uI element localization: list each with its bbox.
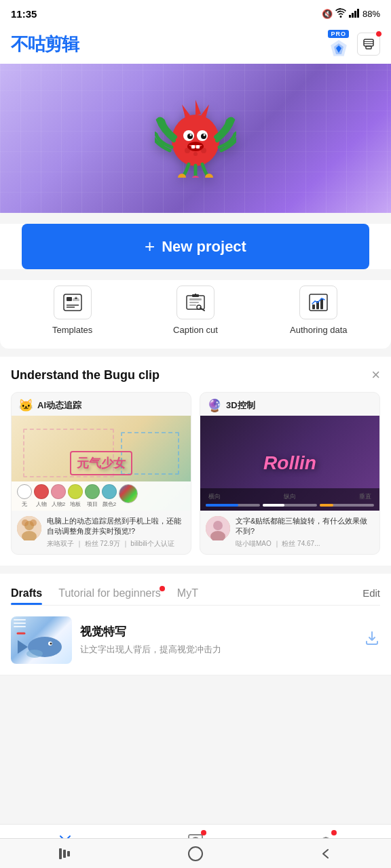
- bugu-card-1-info: 电脑上的动态追踪居然到手机上啦，还能自动调整角度并实时预览!? 来咯双子 ｜ 粉…: [12, 511, 191, 554]
- swatch-label-3: 地板: [70, 500, 81, 508]
- svg-rect-31: [67, 297, 72, 301]
- swatch-label-1: 人物: [36, 500, 47, 508]
- quick-actions: Templates Caption cut: [0, 280, 391, 349]
- svg-point-50: [22, 519, 29, 526]
- bugu-card-1-desc: 电脑上的动态追踪居然到手机上啦，还能自动调整角度并实时预览!?: [47, 516, 185, 537]
- profile-badge: [331, 830, 337, 835]
- app-bar: 不咕剪辑 PRO: [0, 24, 391, 64]
- svg-rect-44: [312, 304, 315, 309]
- bugu-card-2-tag: 🔮 3D控制: [200, 393, 379, 416]
- tab-drafts[interactable]: Drafts: [11, 582, 42, 605]
- tab-myt[interactable]: MyT: [177, 582, 198, 605]
- svg-rect-41: [195, 294, 196, 295]
- authoring-data-label: Authoring data: [290, 325, 348, 335]
- draft-item: 视觉特写 让文字出现人背后，提高视觉冲击力: [0, 606, 391, 675]
- svg-rect-72: [67, 851, 70, 856]
- home-button[interactable]: [182, 840, 209, 867]
- templates-label: Templates: [52, 325, 92, 335]
- status-bar: 11:35 🔇 88%: [0, 0, 391, 24]
- pro-upgrade-button[interactable]: PRO: [328, 30, 349, 58]
- svg-point-58: [50, 642, 52, 644]
- new-project-button[interactable]: + New project: [22, 224, 369, 269]
- bugu-card-2-meta: 哒小喵MAO ｜ 粉丝 74.67...: [236, 539, 374, 549]
- swatch-label-4: 项目: [87, 500, 98, 508]
- bugu-card-1-image: 元气少女 无 人物 人物2: [12, 416, 191, 511]
- pro-diamond-icon: [329, 38, 349, 58]
- svg-rect-30: [64, 294, 81, 311]
- svg-point-25: [191, 176, 200, 178]
- svg-rect-37: [189, 298, 202, 300]
- svg-rect-23: [196, 145, 200, 149]
- tabs-row: Drafts Tutorial for beginners MyT Edit: [11, 574, 380, 606]
- timeline-label-2: 垂直: [359, 492, 371, 501]
- battery-icon: 88%: [362, 9, 380, 19]
- notification-button[interactable]: [357, 33, 380, 56]
- rollin-text: Rollin: [263, 452, 316, 474]
- bugu-section: Understand the Bugu clip × 🐱 AI动态追踪 元气少女: [0, 357, 391, 566]
- bugu-card-2-avatar: [206, 516, 230, 540]
- templates-icon: [54, 285, 92, 319]
- bugu-card-1[interactable]: 🐱 AI动态追踪 元气少女 无 人物: [11, 392, 191, 555]
- svg-rect-2: [354, 11, 356, 18]
- svg-marker-13: [196, 100, 201, 115]
- new-project-label: New project: [162, 238, 246, 256]
- caption-cut-label: Caption cut: [173, 325, 218, 335]
- app-logo: 不咕剪辑: [11, 33, 79, 56]
- svg-rect-22: [191, 145, 195, 149]
- svg-point-11: [172, 115, 219, 166]
- swatch-label-5: 颜色2: [103, 500, 116, 508]
- bugu-card-1-meta: 来咯双子 ｜ 粉丝 72.9万 ｜ bilibili个人认证: [47, 539, 185, 549]
- dance-overlay-text: 元气少女: [70, 451, 132, 475]
- recent-apps-button[interactable]: [52, 840, 79, 867]
- svg-point-60: [26, 650, 43, 658]
- bugu-card-1-tag: 🐱 AI动态追踪: [12, 393, 191, 416]
- svg-rect-1: [352, 13, 354, 18]
- bugu-close-button[interactable]: ×: [371, 368, 380, 382]
- bugu-card-2[interactable]: 🔮 3D控制 Rollin 横向 纵向 垂直: [200, 392, 380, 555]
- timeline-labels: 横向 纵向 垂直: [206, 491, 374, 502]
- bugu-tag-1-emoji: 🐱: [18, 398, 33, 413]
- svg-rect-10: [366, 46, 371, 49]
- swatch-label-0: 无: [22, 500, 27, 508]
- svg-rect-71: [63, 850, 66, 858]
- back-button[interactable]: [312, 840, 339, 867]
- svg-rect-9: [364, 43, 373, 44]
- bugu-card-1-avatar: [17, 516, 41, 540]
- quick-action-authoring-data[interactable]: Authoring data: [257, 285, 380, 335]
- swatch-label-2: 人物2: [52, 500, 65, 508]
- svg-point-53: [213, 521, 223, 530]
- svg-point-28: [201, 148, 206, 153]
- new-project-plus-icon: +: [145, 236, 155, 257]
- draft-download-button[interactable]: [364, 630, 380, 650]
- pro-label: PRO: [328, 30, 349, 38]
- status-time: 11:35: [11, 8, 37, 20]
- svg-rect-7: [364, 39, 373, 46]
- svg-marker-14: [201, 104, 209, 118]
- svg-point-19: [190, 134, 192, 136]
- quick-action-templates[interactable]: Templates: [11, 285, 134, 335]
- bugu-tag-2-label: 3D控制: [226, 399, 255, 412]
- quick-action-caption-cut[interactable]: Caption cut: [134, 285, 257, 335]
- svg-rect-3: [357, 9, 359, 18]
- hero-banner: [0, 64, 391, 213]
- tab-edit-button[interactable]: Edit: [362, 587, 380, 599]
- svg-rect-8: [364, 41, 373, 42]
- svg-marker-56: [18, 640, 28, 654]
- bugu-cards: 🐱 AI动态追踪 元气少女 无 人物: [11, 392, 380, 555]
- bugu-card-2-desc: 文字&贴纸都能三轴旋转，有什么效果做不到?: [236, 516, 374, 537]
- bugu-tag-2-emoji: 🔮: [207, 398, 222, 413]
- draft-thumbnail: [11, 616, 72, 664]
- tabs-section: Drafts Tutorial for beginners MyT Edit: [0, 574, 391, 606]
- library-badge: [201, 830, 206, 835]
- svg-rect-38: [189, 302, 199, 303]
- hero-monster: [155, 90, 236, 187]
- tab-tutorial[interactable]: Tutorial for beginners: [58, 582, 161, 605]
- svg-point-20: [204, 134, 206, 136]
- wifi-icon: [335, 8, 346, 20]
- bugu-card-2-info: 文字&贴纸都能三轴旋转，有什么效果做不到? 哒小喵MAO ｜ 粉丝 74.67.…: [200, 511, 379, 554]
- bugu-title: Understand the Bugu clip: [11, 368, 160, 382]
- mute-icon: 🔇: [322, 9, 333, 19]
- svg-point-73: [189, 847, 202, 861]
- signal-icon: [349, 8, 360, 20]
- bugu-header: Understand the Bugu clip ×: [11, 368, 380, 382]
